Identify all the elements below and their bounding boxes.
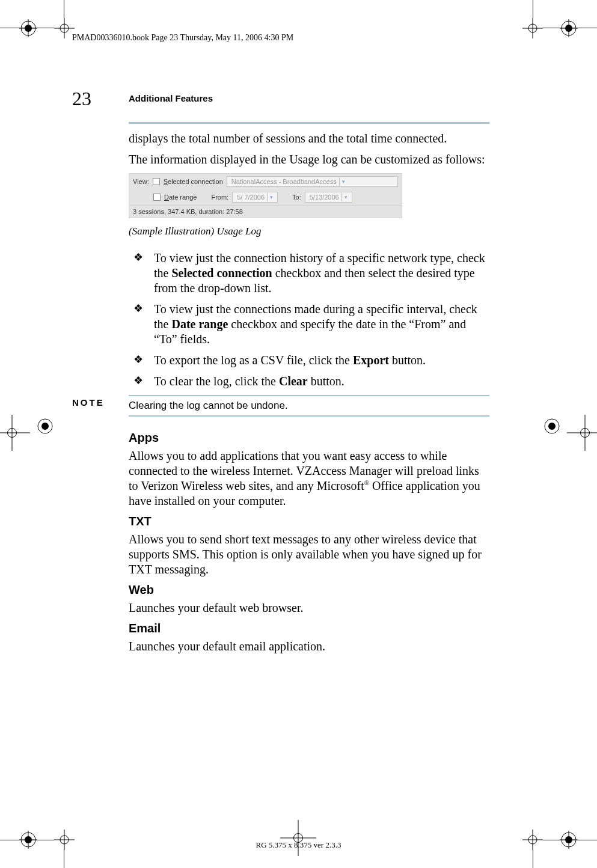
note-label: NOTE [72, 397, 105, 408]
divider [129, 122, 489, 124]
to-date-picker[interactable]: 5/13/2006 ▾ [305, 192, 352, 203]
connection-dropdown[interactable]: NationalAccess - BroadbandAccess ▾ [227, 176, 398, 187]
crop-target-icon [522, 18, 543, 38]
apps-body: Allows you to add applications that you … [129, 448, 489, 509]
view-label: View: [133, 178, 149, 185]
note-block: Clearing the log cannot be undone. [129, 395, 489, 417]
crosshair-icon [0, 415, 30, 451]
crop-line [0, 28, 54, 28]
crop-line [533, 0, 533, 18]
figure-caption: (Sample Illustration) Usage Log [129, 225, 489, 237]
from-date-picker[interactable]: 5/ 7/2006 ▾ [232, 192, 278, 203]
chevron-down-icon: ▾ [339, 177, 347, 186]
svg-point-29 [41, 423, 49, 430]
bullet-icon: ❖ [129, 302, 154, 347]
crosshair-icon [280, 820, 316, 856]
intro-para-1: displays the total number of sessions an… [129, 131, 489, 146]
connection-dropdown-value: NationalAccess - BroadbandAccess [229, 178, 339, 185]
txt-body: Allows you to send short text messages t… [129, 532, 489, 577]
web-body: Launches your default web browser. [129, 601, 489, 616]
section-heading-apps: Apps [129, 431, 489, 445]
from-date-value: 5/ 7/2006 [234, 194, 267, 201]
section-heading-txt: TXT [129, 515, 489, 528]
usage-log-figure: View: Selected connection NationalAccess… [129, 173, 489, 218]
reg-mark-icon [560, 19, 578, 37]
email-body: Launches your default email application. [129, 639, 489, 654]
divider [129, 415, 489, 417]
bullet-list: ❖ To view just the connection history of… [129, 251, 489, 389]
crop-target-icon [54, 18, 75, 38]
from-label: From: [211, 194, 228, 201]
reg-mark-icon [543, 417, 561, 435]
svg-point-31 [548, 423, 556, 430]
chevron-down-icon: ▾ [341, 193, 350, 201]
selected-connection-label: Selected connection [164, 178, 223, 185]
list-item: ❖ To clear the log, click the Clear butt… [129, 374, 489, 389]
crop-line [543, 28, 597, 28]
to-label: To: [292, 194, 301, 201]
crosshair-icon [567, 415, 597, 451]
to-date-value: 5/13/2006 [307, 194, 341, 201]
section-heading-web: Web [129, 583, 489, 597]
page: PMAD00336010.book Page 23 Thursday, May … [0, 0, 597, 868]
bullet-icon: ❖ [129, 374, 154, 389]
usage-log-panel: View: Selected connection NationalAccess… [129, 173, 402, 218]
selected-connection-checkbox[interactable] [153, 178, 160, 185]
reg-mark-icon [19, 19, 37, 37]
crop-line [64, 850, 64, 868]
page-number: 23 [72, 88, 91, 110]
crop-line [533, 850, 533, 868]
body-column: displays the total number of sessions an… [129, 122, 489, 660]
date-range-label: Date range [164, 194, 197, 201]
list-item: ❖ To export the log as a CSV file, click… [129, 353, 489, 368]
list-item: ❖ To view just the connection history of… [129, 251, 489, 296]
reg-mark-icon [36, 417, 54, 435]
usage-status: 3 sessions, 347.4 KB, duration: 27:58 [129, 205, 402, 218]
note-text: Clearing the log cannot be undone. [129, 400, 288, 412]
crop-line [64, 0, 64, 18]
footer-text: RG 5.375 x 8.375 ver 2.3.3 [0, 840, 597, 850]
bullet-icon: ❖ [129, 353, 154, 368]
section-heading-email: Email [129, 622, 489, 635]
bullet-icon: ❖ [129, 251, 154, 296]
book-header: PMAD00336010.book Page 23 Thursday, May … [72, 33, 293, 43]
running-head: Additional Features [129, 93, 213, 103]
chevron-down-icon: ▾ [267, 193, 275, 201]
list-item: ❖ To view just the connections made duri… [129, 302, 489, 347]
intro-para-2: The information displayed in the Usage l… [129, 152, 489, 167]
date-range-checkbox[interactable] [153, 194, 161, 201]
